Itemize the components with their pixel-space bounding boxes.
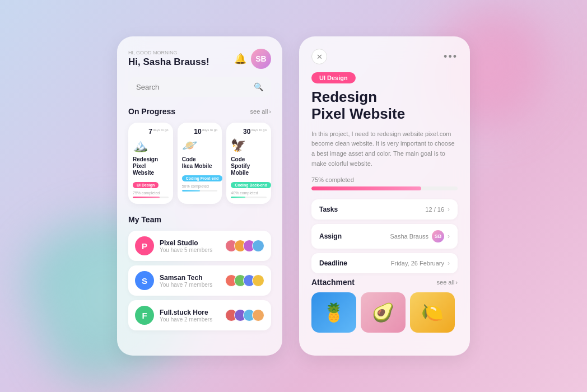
search-icon: 🔍 (254, 82, 263, 91)
greeting-title: Hi, Sasha Brauss! (128, 57, 209, 68)
prog-bar-bg-ikea (182, 190, 218, 192)
attachment-avocado[interactable]: 🥑 (361, 292, 406, 333)
project-detail-title: Redesign Pixel Website (311, 89, 458, 123)
main-progress-fill (311, 186, 421, 190)
my-team-title: My Team (128, 215, 161, 224)
prog-bar-fill-redesign (133, 197, 160, 198)
tasks-label: Tasks (319, 206, 338, 213)
team-list: P Pixel Studio You have 5 members S Sams… (128, 231, 271, 330)
project-name-spotify: CodeSpotify Mobile (231, 156, 267, 176)
tag-redesign: UI Design (133, 182, 159, 188)
team-name-pixel: Pixel Studio (160, 239, 220, 247)
team-avatars-pixel (225, 240, 264, 252)
search-bar[interactable]: 🔍 (128, 77, 271, 97)
see-all-progress[interactable]: see all › (250, 108, 271, 115)
completed-label: 75% completed (311, 176, 458, 183)
tag-ikea: Coding Front-end (182, 175, 223, 181)
chevron-right-icon: › (448, 232, 450, 240)
close-button[interactable]: ✕ (311, 49, 327, 64)
team-avatars-samsan (225, 274, 264, 287)
team-item-full-stuck[interactable]: F Full.stuck Hore You have 2 members (128, 300, 271, 330)
see-all-attachments[interactable]: see all › (437, 279, 458, 286)
attachment-pineapple[interactable]: 🍍 (311, 292, 356, 333)
attachment-header: Attachment see all › (311, 278, 458, 287)
days-label-redesign: days to go (153, 128, 169, 132)
attachment-title: Attachment (311, 278, 355, 287)
prog-bar-bg-spotify (231, 197, 267, 198)
team-info-full: Full.stuck Hore You have 2 members (160, 309, 220, 323)
days-row: 7 days to go (133, 128, 169, 135)
prog-bar-fill-ikea (182, 190, 200, 192)
days-row-spotify: 30 days to go (231, 128, 267, 135)
team-members-samsan: You have 7 members (160, 282, 220, 288)
days-label-spotify: days to go (251, 128, 267, 132)
right-header: ✕ ••• (311, 49, 458, 64)
project-card-redesign[interactable]: 7 days to go 🏔️ RedesignPixel Website UI… (128, 123, 173, 204)
more-options-button[interactable]: ••• (444, 51, 458, 63)
tasks-value: 12 / 16 › (425, 206, 450, 213)
chevron-right-icon: › (448, 259, 450, 267)
card-header: HI, GOOD MORNING Hi, Sasha Brauss! 🔔 SB (128, 49, 271, 69)
header-icons: 🔔 SB (234, 49, 271, 69)
on-progress-title: On Progress (128, 107, 175, 116)
team-info-samsan: Samsan Tech You have 7 members (160, 274, 220, 288)
team-avatar-pixel: P (135, 236, 154, 255)
prog-bar-bg-redesign (133, 197, 169, 198)
project-title-line1: Redesign (311, 88, 377, 105)
deadline-row[interactable]: Deadline Friday, 26 February › (311, 253, 458, 273)
category-badge: UI Design (311, 72, 356, 83)
team-name-samsan: Samsan Tech (160, 274, 220, 282)
user-avatar[interactable]: SB (251, 49, 271, 69)
days-row-ikea: 10 days to go (182, 128, 218, 135)
project-description: In this project, I need to redesign webs… (311, 129, 458, 169)
assign-row[interactable]: Assign Sasha Brauss SB › (311, 224, 458, 249)
progress-cards: 7 days to go 🏔️ RedesignPixel Website UI… (128, 123, 271, 204)
days-num-redesign: 7 (148, 128, 152, 135)
attachment-lemon[interactable]: 🍋 (410, 292, 455, 333)
search-input[interactable] (136, 83, 249, 91)
team-info-pixel: Pixel Studio You have 5 members (160, 239, 220, 253)
prog-percent-ikea: 50% completed (182, 184, 218, 188)
prog-bar-fill-spotify (231, 197, 245, 198)
mini-avatar (252, 274, 264, 287)
chevron-right-icon: › (448, 206, 450, 213)
team-name-full: Full.stuck Hore (160, 309, 220, 316)
project-title-line2: Pixel Website (311, 105, 405, 122)
main-progress-bar (311, 186, 458, 190)
team-item-samsan-tech[interactable]: S Samsan Tech You have 7 members (128, 265, 271, 296)
project-icon-spotify: 🦅 (231, 138, 267, 153)
days-label-ikea: days to go (202, 128, 218, 132)
app-container: HI, GOOD MORNING Hi, Sasha Brauss! 🔔 SB … (0, 0, 587, 392)
team-item-pixel-studio[interactable]: P Pixel Studio You have 5 members (128, 231, 271, 261)
team-avatars-full (225, 309, 264, 321)
assign-label: Assign (319, 232, 342, 240)
mini-avatar (252, 240, 264, 252)
mini-avatar (252, 309, 264, 321)
project-card-spotify[interactable]: 30 days to go 🦅 CodeSpotify Mobile Codin… (226, 123, 271, 204)
right-card: ✕ ••• UI Design Redesign Pixel Website I… (299, 36, 470, 356)
project-icon-ikea: 🪐 (182, 138, 218, 153)
assign-value: Sasha Brauss SB › (390, 230, 450, 242)
prog-percent-spotify: 40% completed (231, 191, 267, 195)
greeting-small: HI, GOOD MORNING (128, 50, 209, 55)
team-members-pixel: You have 5 members (160, 247, 220, 253)
days-num-spotify: 30 (243, 128, 250, 135)
team-avatar-samsan: S (135, 271, 154, 290)
deadline-label: Deadline (319, 259, 347, 267)
assign-avatar: SB (432, 230, 444, 242)
project-card-ikea[interactable]: 10 days to go 🪐 CodeIkea Mobile Coding F… (178, 123, 222, 204)
header-left: HI, GOOD MORNING Hi, Sasha Brauss! (128, 50, 209, 68)
project-name-ikea: CodeIkea Mobile (182, 156, 218, 170)
attachment-grid: 🍍 🥑 🍋 (311, 292, 458, 333)
tag-spotify: Coding Back-end (231, 182, 271, 188)
project-name-redesign: RedesignPixel Website (133, 156, 169, 176)
deadline-value: Friday, 26 February › (391, 259, 450, 267)
on-progress-header: On Progress see all › (128, 107, 271, 116)
my-team-header: My Team (128, 215, 271, 224)
tasks-row[interactable]: Tasks 12 / 16 › (311, 199, 458, 220)
prog-percent-redesign: 75% completed (133, 191, 169, 195)
team-members-full: You have 2 members (160, 316, 220, 323)
bell-icon[interactable]: 🔔 (234, 53, 246, 65)
days-num-ikea: 10 (194, 128, 201, 135)
project-icon-redesign: 🏔️ (133, 138, 169, 153)
